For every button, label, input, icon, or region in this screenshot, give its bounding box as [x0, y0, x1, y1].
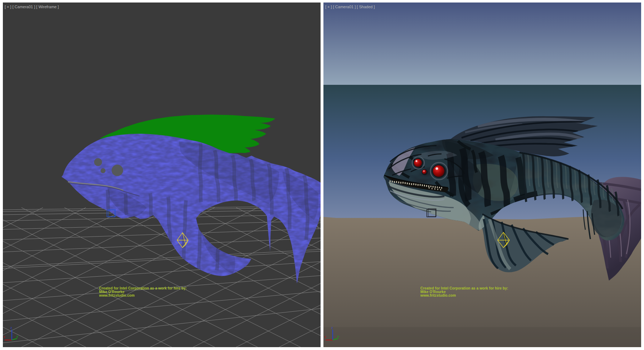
svg-text:[ + ] [ Camera01 ] [ Shaded ]: [ + ] [ Camera01 ] [ Shaded ]	[325, 5, 375, 9]
svg-text:www.fritzstudio.com: www.fritzstudio.com	[420, 293, 456, 297]
svg-text:z: z	[331, 326, 333, 330]
svg-text:z: z	[10, 326, 12, 330]
svg-text:x: x	[4, 335, 5, 339]
svg-text:y: y	[16, 335, 18, 338]
svg-text:www.fritzstudio.com: www.fritzstudio.com	[99, 293, 135, 297]
svg-text:y: y	[337, 335, 339, 338]
svg-text:[ + ] [ Camera01 ] [ Wireframe: [ + ] [ Camera01 ] [ Wireframe ]	[5, 5, 59, 9]
svg-text:x: x	[325, 335, 326, 339]
